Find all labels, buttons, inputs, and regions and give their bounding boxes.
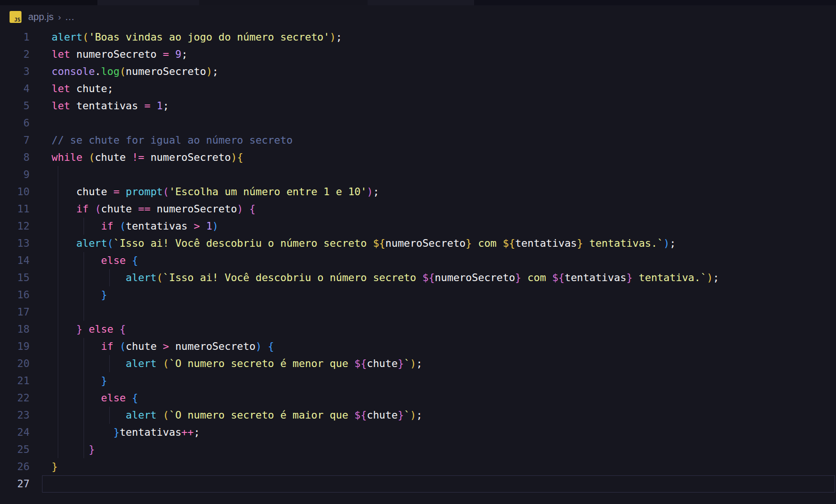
code-token: >: [194, 220, 200, 232]
code-token: else: [101, 254, 126, 266]
line-number[interactable]: 15: [0, 269, 30, 286]
code-token: 1: [206, 220, 212, 232]
code-line[interactable]: 25 }: [0, 441, 836, 458]
code-token: (: [119, 220, 126, 232]
line-number[interactable]: 19: [0, 338, 30, 355]
code-token: ): [206, 65, 212, 77]
line-number[interactable]: 26: [0, 458, 30, 475]
code-token: numeroSecreto: [126, 65, 206, 77]
code-line[interactable]: 24 }tentativas++;: [0, 424, 836, 441]
code-line[interactable]: 18 } else {: [0, 321, 836, 338]
editor-tab-partial[interactable]: [368, 0, 474, 5]
code-line[interactable]: 15 alert(`Isso ai! Você descobriu o núme…: [0, 269, 836, 286]
line-number[interactable]: 24: [0, 424, 30, 441]
code-token: // se chute for igual ao número secreto: [52, 134, 293, 146]
code-line[interactable]: 12 if (tentativas > 1): [0, 218, 836, 235]
code-token: ;: [416, 409, 423, 421]
line-number[interactable]: 14: [0, 252, 30, 269]
code-line[interactable]: 23 alert (`O numero secreto é maior que …: [0, 407, 836, 424]
code-token: tentativas: [70, 100, 144, 112]
line-number[interactable]: 11: [0, 200, 30, 218]
line-number[interactable]: 20: [0, 355, 30, 372]
code-text: }: [52, 458, 58, 475]
line-number[interactable]: 22: [0, 389, 30, 407]
line-number[interactable]: 18: [0, 321, 30, 338]
indent-guide: [58, 166, 58, 183]
code-line[interactable]: 14 else {: [0, 252, 836, 269]
line-number[interactable]: 1: [0, 29, 30, 46]
code-text: alert('Boas vindas ao jogo do número sec…: [52, 29, 342, 46]
code-token: [113, 323, 119, 335]
code-token: ;: [670, 237, 676, 249]
code-line[interactable]: 16 }: [0, 286, 836, 304]
line-number[interactable]: 17: [0, 304, 30, 321]
code-text: if (tentativas > 1): [52, 218, 219, 235]
code-line[interactable]: 1alert('Boas vindas ao jogo do número se…: [0, 29, 836, 46]
code-token: let: [52, 48, 70, 60]
line-number[interactable]: 9: [0, 166, 30, 183]
code-token: (: [163, 357, 169, 369]
code-line[interactable]: 9: [0, 166, 836, 183]
code-token: ;: [163, 100, 169, 112]
code-token: [150, 100, 157, 112]
line-number[interactable]: 25: [0, 441, 30, 458]
editor-tab-partial[interactable]: [97, 0, 199, 5]
line-number[interactable]: 13: [0, 235, 30, 252]
code-line[interactable]: 21 }: [0, 372, 836, 389]
line-number[interactable]: 21: [0, 372, 30, 389]
code-line[interactable]: 26}: [0, 458, 836, 475]
code-token: [52, 392, 101, 404]
code-token: `O numero secreto é menor que: [169, 357, 354, 369]
code-token: ${: [423, 272, 435, 284]
code-token: >: [163, 340, 169, 352]
breadcrumb-symbol-ellipsis[interactable]: ...: [65, 11, 75, 22]
code-line[interactable]: 17: [0, 304, 836, 321]
code-token: numeroSecreto: [385, 237, 466, 249]
code-token: }: [466, 237, 472, 249]
line-number[interactable]: 16: [0, 286, 30, 304]
code-token: chute: [367, 409, 398, 421]
code-text: alert (`O numero secreto é menor que ${c…: [52, 355, 423, 372]
line-number[interactable]: 6: [0, 115, 30, 132]
line-number[interactable]: 8: [0, 149, 30, 166]
code-editor[interactable]: 1alert('Boas vindas ao jogo do número se…: [0, 29, 836, 493]
code-line[interactable]: 4let chute;: [0, 80, 836, 97]
line-number[interactable]: 4: [0, 80, 30, 97]
code-line[interactable]: 7// se chute for igual ao número secreto: [0, 132, 836, 149]
code-text: }: [52, 286, 107, 304]
line-number[interactable]: 7: [0, 132, 30, 149]
tab-bar-background: [474, 0, 836, 5]
code-line[interactable]: 10 chute = prompt('Escolha um número ent…: [0, 183, 836, 200]
line-number[interactable]: 2: [0, 46, 30, 63]
code-token: `: [404, 409, 410, 421]
line-number[interactable]: 5: [0, 97, 30, 115]
code-line[interactable]: 20 alert (`O numero secreto é menor que …: [0, 355, 836, 372]
code-line[interactable]: 6: [0, 115, 836, 132]
code-token: ): [410, 409, 416, 421]
code-line[interactable]: 27: [0, 475, 836, 493]
javascript-file-icon-label: JS: [14, 17, 21, 22]
code-line[interactable]: 19 if (chute > numeroSecreto) {: [0, 338, 836, 355]
line-number[interactable]: 10: [0, 183, 30, 200]
code-token: numeroSecreto: [144, 151, 231, 163]
code-line[interactable]: 2let numeroSecreto = 9;: [0, 46, 836, 63]
breadcrumb-file-name[interactable]: app.js: [28, 11, 53, 22]
code-token: alert: [126, 272, 157, 284]
code-line[interactable]: 5let tentativas = 1;: [0, 97, 836, 115]
code-token: [243, 203, 249, 215]
code-line[interactable]: 3console.log(numeroSecreto);: [0, 63, 836, 80]
code-line[interactable]: 11 if (chute == numeroSecreto) {: [0, 200, 836, 218]
code-token: chute;: [70, 83, 114, 94]
code-token: (: [119, 65, 126, 77]
code-text: // se chute for igual ao número secreto: [52, 132, 293, 149]
code-token: {: [237, 151, 243, 163]
code-line[interactable]: 13 alert(`Isso ai! Você descobriu o núme…: [0, 235, 836, 252]
line-number[interactable]: 12: [0, 218, 30, 235]
code-line[interactable]: 22 else {: [0, 389, 836, 407]
code-line[interactable]: 8while (chute != numeroSecreto){: [0, 149, 836, 166]
code-token: [169, 48, 175, 60]
line-number[interactable]: 27: [0, 475, 30, 493]
line-number[interactable]: 3: [0, 63, 30, 80]
line-number[interactable]: 23: [0, 407, 30, 424]
code-token: alert: [76, 237, 107, 249]
